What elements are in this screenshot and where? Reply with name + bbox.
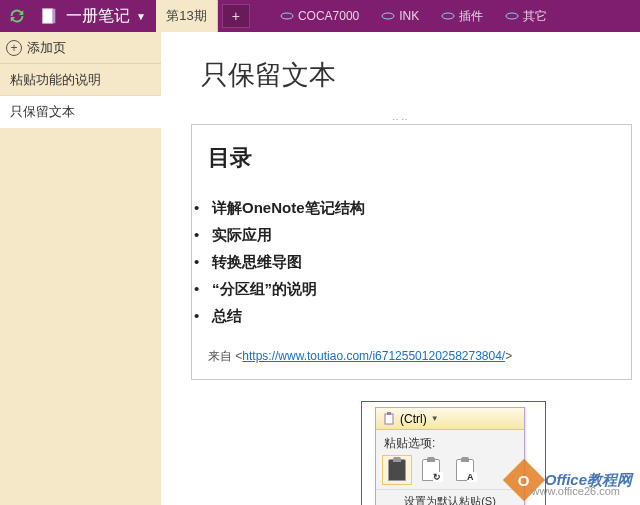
source-line: 来自 <https://www.toutiao.com/i67125501202… <box>208 348 615 365</box>
watermark-url: www.office26.com <box>532 485 620 497</box>
paste-text-only-button[interactable]: A <box>450 455 480 485</box>
svg-rect-6 <box>385 414 393 424</box>
toc-item[interactable]: 转换思维导图 <box>208 249 615 276</box>
dropdown-icon: ▼ <box>431 414 439 423</box>
paste-keep-source-button[interactable] <box>382 455 412 485</box>
quick-link-ink[interactable]: INK <box>381 8 419 25</box>
svg-point-2 <box>281 13 293 19</box>
quick-link-plugin[interactable]: 插件 <box>441 8 483 25</box>
notebook-title[interactable]: 一册笔记 <box>64 6 136 27</box>
add-page-button[interactable]: + 添加页 <box>0 32 161 64</box>
clipboard-icon <box>382 412 396 426</box>
add-section-button[interactable]: + <box>222 4 250 28</box>
source-link[interactable]: https://www.toutiao.com/i671255012025827… <box>242 349 505 363</box>
notebook-icon <box>38 5 60 27</box>
quick-link-coca[interactable]: COCA7000 <box>280 8 359 25</box>
page-item-keep-text[interactable]: 只保留文本 <box>0 96 161 128</box>
svg-point-5 <box>506 13 518 19</box>
svg-rect-0 <box>43 9 53 23</box>
note-container[interactable]: 目录 详解OneNote笔记结构 实际应用 转换思维导图 “分区组”的说明 总结… <box>191 124 632 380</box>
page-content: 只保留文本 ‥‥ 目录 详解OneNote笔记结构 实际应用 转换思维导图 “分… <box>161 32 640 505</box>
paste-ctrl-button[interactable]: (Ctrl) ▼ <box>376 408 524 430</box>
title-bar: 一册笔记 ▼ 第13期 + COCA7000 INK 插件 其它 <box>0 0 640 32</box>
set-default-paste-button[interactable]: 设置为默认粘贴(S) <box>376 489 524 505</box>
sync-icon[interactable] <box>6 5 28 27</box>
paste-options-label: 粘贴选项: <box>376 430 524 455</box>
paste-merge-button[interactable]: ↻ <box>416 455 446 485</box>
plus-circle-icon: + <box>6 40 22 56</box>
svg-point-3 <box>382 13 394 19</box>
watermark: O Office教程网 www.office26.com <box>509 465 632 495</box>
svg-point-4 <box>442 13 454 19</box>
toc-item[interactable]: 总结 <box>208 303 615 330</box>
toc-list: 详解OneNote笔记结构 实际应用 转换思维导图 “分区组”的说明 总结 <box>208 195 615 330</box>
paste-options-popover: (Ctrl) ▼ 粘贴选项: ↻ A 设置为默认粘贴(S) <box>375 407 525 505</box>
quick-link-other[interactable]: 其它 <box>505 8 547 25</box>
svg-rect-7 <box>387 412 391 415</box>
page-item-paste-explain[interactable]: 粘贴功能的说明 <box>0 64 161 96</box>
toc-item[interactable]: 实际应用 <box>208 222 615 249</box>
notebook-dropdown-icon[interactable]: ▼ <box>136 11 156 22</box>
page-sidebar: + 添加页 粘贴功能的说明 只保留文本 <box>0 32 161 505</box>
container-grip-icon[interactable]: ‥‥ <box>161 111 640 122</box>
quick-links: COCA7000 INK 插件 其它 <box>280 8 547 25</box>
svg-rect-1 <box>53 9 56 23</box>
page-title[interactable]: 只保留文本 <box>161 32 640 93</box>
toc-item[interactable]: 详解OneNote笔记结构 <box>208 195 615 222</box>
section-tab[interactable]: 第13期 <box>156 0 218 32</box>
toc-heading: 目录 <box>208 143 615 173</box>
toc-item[interactable]: “分区组”的说明 <box>208 276 615 303</box>
